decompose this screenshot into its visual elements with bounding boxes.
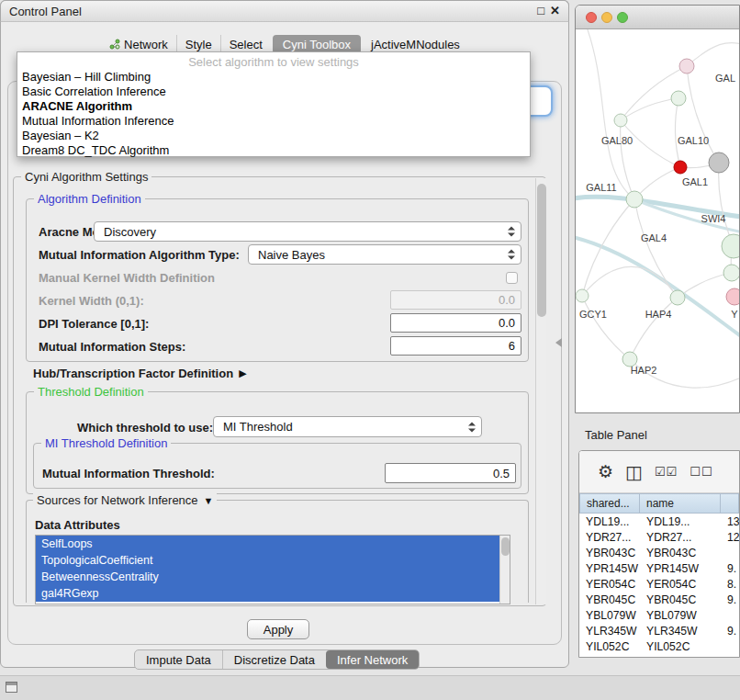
network-node[interactable] xyxy=(709,152,729,173)
network-canvas[interactable]: GALGAL80GAL10GAL11GAL1SWI4GAL4GCY1HAP4YH… xyxy=(576,29,739,412)
deselect-all-checkboxes-icon[interactable]: ☐☐ xyxy=(690,465,712,479)
tab-infer-network[interactable]: Infer Network xyxy=(326,650,419,669)
network-node[interactable] xyxy=(670,290,685,305)
network-node[interactable] xyxy=(671,91,686,106)
columns-icon[interactable]: ◫ xyxy=(625,461,643,483)
manual-kernel-width-checkbox[interactable] xyxy=(506,272,518,284)
table-cell: YIL052C xyxy=(640,638,721,654)
network-window-titlebar[interactable] xyxy=(576,6,739,29)
table-row[interactable]: YDL19...YDL19...13 xyxy=(579,514,739,529)
network-node[interactable] xyxy=(679,59,694,73)
network-node[interactable] xyxy=(674,161,687,174)
restore-window-icon[interactable]: □ xyxy=(537,4,544,17)
table-cell: YER054C xyxy=(579,576,640,592)
table-row[interactable]: YPR145WYPR145W9. xyxy=(579,560,739,576)
network-node[interactable] xyxy=(723,265,739,281)
mi-algorithm-type-combobox[interactable]: Naive Bayes xyxy=(248,244,521,265)
mi-threshold-input[interactable]: 0.5 xyxy=(385,463,516,483)
dropdown-item[interactable]: Dream8 DC_TDC Algorithm xyxy=(17,143,530,158)
node-label: GAL10 xyxy=(678,135,709,146)
table-row[interactable]: YER054CYER054C8. xyxy=(579,576,739,592)
table-cell: YLR345W xyxy=(579,623,640,638)
table-cell: 8. xyxy=(721,576,739,592)
node-label: GAL4 xyxy=(641,232,667,243)
bottom-dock-strip xyxy=(0,675,740,700)
node-label: GAL80 xyxy=(601,135,633,146)
group-title: Cyni Algorithm Settings xyxy=(21,170,151,184)
table-cell: YDR27... xyxy=(640,529,721,545)
settings-scrollbar[interactable] xyxy=(535,178,546,604)
combo-arrows-icon xyxy=(508,250,515,260)
table-row[interactable]: YBL079WYBL079W xyxy=(579,607,739,623)
close-traffic-light[interactable] xyxy=(586,12,597,23)
which-threshold-combobox[interactable]: MI Threshold xyxy=(213,416,482,437)
network-edge xyxy=(675,98,680,167)
list-item[interactable]: BetweennessCentrality xyxy=(36,569,499,585)
list-scrollbar-thumb[interactable] xyxy=(501,537,510,556)
mi-steps-input[interactable]: 6 xyxy=(390,336,521,356)
dropdown-item[interactable]: Bayesian – K2 xyxy=(17,129,530,143)
network-node[interactable] xyxy=(614,114,627,127)
table-cell: YPR145W xyxy=(640,560,721,576)
data-attributes-list[interactable]: SelfLoopsTopologicalCoefficientBetweenne… xyxy=(35,535,510,604)
mi-algorithm-type-label: Mutual Information Algorithm Type: xyxy=(39,248,240,262)
table-row[interactable]: YDR27...YDR27...12 xyxy=(579,529,739,545)
list-item[interactable]: SelfLoops xyxy=(36,536,499,552)
network-edge xyxy=(585,29,634,199)
control-panel-titlebar[interactable]: Control Panel □ ✕ xyxy=(0,0,569,22)
table-row[interactable]: YLR345WYLR345W9. xyxy=(579,623,739,638)
tab-discretize-data[interactable]: Discretize Data xyxy=(222,650,326,669)
zoom-traffic-light[interactable] xyxy=(617,12,628,23)
network-edge xyxy=(687,42,739,66)
panel-splitter-arrow[interactable] xyxy=(555,338,562,347)
apply-button[interactable]: Apply xyxy=(247,619,309,639)
dropdown-placeholder: Select algorithm to view settings xyxy=(17,54,530,70)
network-node[interactable] xyxy=(626,191,643,208)
select-all-checkboxes-icon[interactable]: ☑☑ xyxy=(655,465,678,479)
table-cell: YER054C xyxy=(640,576,721,592)
table-cell xyxy=(721,545,739,560)
minimize-traffic-light[interactable] xyxy=(601,12,612,23)
table-row[interactable]: YIL052CYIL052C xyxy=(579,638,739,654)
hub-definition-section[interactable]: Hub/Transcription Factor Definition ▶ xyxy=(33,367,247,380)
dropdown-item[interactable]: Mutual Information Inference xyxy=(17,114,530,129)
node-label: SWI4 xyxy=(701,213,726,224)
table-row[interactable]: YBR045CYBR045C9. xyxy=(579,592,739,607)
panel-dock-icon[interactable] xyxy=(6,682,17,693)
cyni-bottom-tabs: Impute Data Discretize Data Infer Networ… xyxy=(134,649,420,670)
combo-value: Discovery xyxy=(104,225,156,239)
table-row[interactable]: YBR043CYBR043C xyxy=(579,545,739,560)
dropdown-items: Bayesian – Hill ClimbingBasic Correlatio… xyxy=(17,70,530,158)
network-node[interactable] xyxy=(722,234,739,258)
settings-scrollbar-thumb[interactable] xyxy=(537,184,546,317)
hub-definition-label: Hub/Transcription Factor Definition xyxy=(33,367,233,380)
expand-arrow-icon[interactable]: ▶ xyxy=(239,367,246,379)
column-header-partial[interactable] xyxy=(721,493,739,514)
aracne-mode-combobox[interactable]: Discovery xyxy=(94,221,521,242)
node-label: GCY1 xyxy=(579,309,607,320)
network-node[interactable] xyxy=(726,288,739,305)
list-item[interactable]: TopologicalCoefficient xyxy=(36,552,499,569)
gear-icon[interactable]: ⚙ xyxy=(598,461,613,482)
collapse-arrow-icon[interactable]: ▼ xyxy=(204,495,214,506)
network-view-window: GALGAL80GAL10GAL11GAL1SWI4GAL4GCY1HAP4YH… xyxy=(575,5,740,413)
network-node[interactable] xyxy=(576,289,589,302)
tab-label: jActiveMNodules xyxy=(371,38,460,51)
network-icon xyxy=(109,39,120,50)
list-scrollbar[interactable] xyxy=(499,536,510,604)
column-header-shared-name[interactable]: shared... xyxy=(579,493,640,514)
close-window-icon[interactable]: ✕ xyxy=(550,4,560,17)
dropdown-item[interactable]: Basic Correlation Inference xyxy=(17,85,530,99)
dropdown-item[interactable]: Bayesian – Hill Climbing xyxy=(17,70,530,85)
sources-group-header[interactable]: Sources for Network Inference ▼ xyxy=(33,493,217,507)
dropdown-item[interactable]: ARACNE Algorithm xyxy=(17,99,530,114)
group-title: Threshold Definition xyxy=(34,385,148,399)
table-panel-title: Table Panel xyxy=(585,428,647,442)
tab-label: Style xyxy=(185,38,212,51)
table-cell: YBR045C xyxy=(579,592,640,607)
list-item[interactable]: gal4RGexp xyxy=(36,585,499,602)
tab-impute-data[interactable]: Impute Data xyxy=(135,650,222,669)
node-label: GAL11 xyxy=(586,182,616,193)
dpi-tolerance-input[interactable]: 0.0 xyxy=(390,313,521,333)
column-header-name[interactable]: name xyxy=(640,493,721,514)
